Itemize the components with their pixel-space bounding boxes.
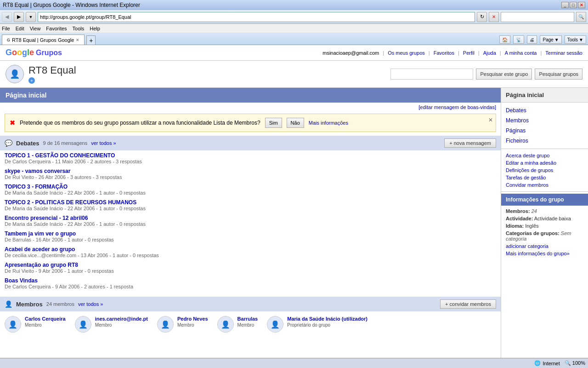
topic-meta-8: De Carlos Cerqueira - 9 Abr 2006 - 2 aut… bbox=[5, 284, 496, 289]
topic-link-6[interactable]: Acabei de aceder ao grupo bbox=[5, 246, 75, 253]
menu-edit[interactable]: Edit bbox=[16, 26, 24, 31]
topic-item-1: skype - vamos conversar De Rui Vieito - … bbox=[5, 168, 496, 180]
group-icon: 👤 bbox=[6, 65, 24, 83]
member-avatar-2: 👤 bbox=[157, 316, 174, 333]
topic-link-7[interactable]: Apresentação ao grupo RT8 bbox=[5, 262, 78, 268]
membros-value: 24 bbox=[531, 208, 537, 214]
sim-button[interactable]: Sim bbox=[265, 118, 282, 128]
add-group-button[interactable]: + bbox=[28, 77, 35, 84]
member-name-1[interactable]: ines.carneiro@inde.pt bbox=[95, 316, 148, 322]
topic-item-8: Boas Vindas De Carlos Cerqueira - 9 Abr … bbox=[5, 277, 496, 289]
refresh-button[interactable]: ↻ bbox=[477, 12, 487, 22]
members-icon: 👤 bbox=[5, 300, 12, 308]
categorias-label: Categorias de grupos: bbox=[506, 230, 560, 236]
member-name-2[interactable]: Pedro Neves bbox=[177, 316, 208, 322]
ie-search-input[interactable] bbox=[501, 12, 574, 22]
home-button[interactable]: 🏠 bbox=[499, 35, 510, 44]
address-bar[interactable]: http://groups.google.pt/group/RT8_Equal bbox=[38, 12, 475, 22]
page-button[interactable]: Page ▼ bbox=[540, 35, 561, 44]
members-grid: 👤 Carlos Cerqueira Membro 👤 ines.carneir… bbox=[0, 311, 501, 337]
debates-ver-todos-link[interactable]: ver todos » bbox=[91, 140, 116, 146]
topic-link-5[interactable]: Tambem ja vim ver o grupo bbox=[5, 230, 76, 237]
notification-text: Pretende que os membros do seu grupo pos… bbox=[20, 120, 260, 126]
a-minha-conta-link[interactable]: A minha conta bbox=[505, 50, 537, 56]
topic-meta-7: De Rui Vieito - 9 Abr 2006 - 1 autor - 0… bbox=[5, 268, 496, 274]
add-category-link[interactable]: adicionar categoria bbox=[506, 243, 548, 249]
member-card-2: 👤 Pedro Neves Membro bbox=[157, 316, 208, 333]
sidebar-group-info-title: Informações do grupo bbox=[501, 194, 588, 206]
topic-link-2[interactable]: TOPICO 3 - FORMAÇÃO bbox=[5, 184, 68, 190]
zoom-level: 🔍 100% bbox=[565, 360, 585, 366]
close-button[interactable]: ✕ bbox=[578, 2, 585, 8]
browser-titlebar: RT8 Equal | Grupos Google - Windows Inte… bbox=[0, 0, 588, 10]
forward-button[interactable]: ▶ bbox=[14, 12, 24, 22]
sidebar-ficheiros-link[interactable]: Ficheiros bbox=[501, 136, 588, 146]
minimize-button[interactable]: _ bbox=[561, 2, 569, 8]
search-all-button[interactable]: Pesquisar grupos bbox=[535, 69, 582, 80]
sidebar-tarefas-link[interactable]: Tarefas de gestão bbox=[506, 174, 583, 181]
member-name-0[interactable]: Carlos Cerqueira bbox=[25, 316, 66, 322]
ajuda-link[interactable]: Ajuda bbox=[483, 50, 496, 56]
print-button[interactable]: 🖨 bbox=[527, 35, 537, 44]
recent-button[interactable]: ▼ bbox=[26, 12, 36, 22]
sidebar-title: Página inicial bbox=[501, 88, 588, 103]
stop-button[interactable]: ✕ bbox=[489, 12, 499, 22]
topic-link-8[interactable]: Boas Vindas bbox=[5, 277, 38, 284]
topic-link-3[interactable]: TOPICO 2 - POLITICAS DE RECURSOS HUMANOS bbox=[5, 199, 136, 206]
maximize-button[interactable]: □ bbox=[570, 2, 577, 8]
member-card-3: 👤 Barrulas Membro bbox=[217, 316, 258, 333]
sidebar-nav: Debates Membros Páginas Ficheiros bbox=[501, 103, 588, 149]
debates-icon: 💬 bbox=[5, 139, 12, 147]
nao-button[interactable]: Não bbox=[287, 118, 304, 128]
menu-tools[interactable]: Tools bbox=[73, 26, 85, 31]
back-button[interactable]: ◀ bbox=[2, 12, 12, 22]
mais-info-link[interactable]: Mais informações bbox=[309, 120, 348, 126]
sidebar-editar-link[interactable]: Editar a minha adesão bbox=[506, 159, 583, 167]
new-message-button[interactable]: + nova mensagem bbox=[444, 138, 496, 148]
member-role-1: Membro bbox=[95, 322, 148, 328]
topic-link-4[interactable]: Encontro presencial - 12 abril06 bbox=[5, 215, 88, 221]
tab-rt8-equal[interactable]: G RT8 Equal | Grupos Google ✕ bbox=[2, 34, 85, 45]
menu-file[interactable]: File bbox=[2, 26, 10, 31]
os-meus-grupos-link[interactable]: Os meus grupos bbox=[388, 50, 425, 56]
menu-help[interactable]: Help bbox=[90, 26, 100, 31]
members-ver-todos-link[interactable]: ver todos » bbox=[78, 301, 103, 307]
perfil-link[interactable]: Perfil bbox=[463, 50, 475, 56]
tab-close-button[interactable]: ✕ bbox=[76, 38, 79, 42]
tab-bar: G RT8 Equal | Grupos Google ✕ + 🏠 📡 🖨 Pa… bbox=[0, 33, 588, 45]
tools-button[interactable]: Tools ▼ bbox=[565, 35, 586, 44]
search-group-button[interactable]: Pesquisar este grupo bbox=[476, 69, 532, 80]
member-name-4[interactable]: Maria da Saúde Inácio (utilizador) bbox=[287, 316, 368, 322]
member-card-0: 👤 Carlos Cerqueira Membro bbox=[5, 316, 66, 333]
sidebar-membros-link[interactable]: Membros bbox=[501, 115, 588, 126]
tab-favicon: G bbox=[7, 38, 10, 42]
sidebar-definicoes-link[interactable]: Definições de grupos bbox=[506, 167, 583, 174]
feeds-button[interactable]: 📡 bbox=[513, 35, 524, 44]
sidebar-acerca-link[interactable]: Acerca deste grupo bbox=[506, 152, 583, 159]
more-group-info-link[interactable]: Mais informações do grupo» bbox=[506, 251, 570, 256]
terminar-sessao-link[interactable]: Terminar sessão bbox=[545, 50, 582, 56]
status-internet: 🌐 Internet bbox=[534, 360, 560, 366]
member-role-3: Membro bbox=[237, 322, 258, 328]
menu-view[interactable]: View bbox=[30, 26, 41, 31]
sidebar-debates-link[interactable]: Debates bbox=[501, 105, 588, 115]
sidebar-convidar-link[interactable]: Convidar membros bbox=[506, 181, 583, 189]
internet-icon: 🌐 bbox=[534, 360, 541, 366]
welcome-edit-area: [editar mensagem de boas-vindas] bbox=[0, 103, 501, 110]
menu-favorites[interactable]: Favorites bbox=[46, 26, 67, 31]
user-email: msinacioaep@gmail.com bbox=[322, 50, 379, 56]
group-title-area: 👤 RT8 Equal + bbox=[6, 64, 76, 84]
topic-link-0[interactable]: TOPICO 1 - GESTÃO DO CONHECIMENTO bbox=[5, 152, 115, 159]
invite-members-button[interactable]: + convidar membros bbox=[440, 299, 496, 309]
edit-welcome-link[interactable]: [editar mensagem de boas-vindas] bbox=[418, 104, 496, 110]
ie-search-button[interactable]: 🔍 bbox=[576, 12, 586, 22]
member-name-3[interactable]: Barrulas bbox=[237, 316, 258, 322]
group-search-input[interactable] bbox=[390, 69, 473, 80]
google-logo: Google bbox=[6, 48, 34, 58]
favoritos-link[interactable]: Favoritos bbox=[434, 50, 454, 56]
sidebar-paginas-link[interactable]: Páginas bbox=[501, 126, 588, 136]
new-tab-button[interactable]: + bbox=[86, 35, 96, 45]
topic-item-7: Apresentação ao grupo RT8 De Rui Vieito … bbox=[5, 262, 496, 274]
topic-link-1[interactable]: skype - vamos conversar bbox=[5, 168, 70, 174]
notification-close-button[interactable]: ✕ bbox=[488, 117, 493, 123]
